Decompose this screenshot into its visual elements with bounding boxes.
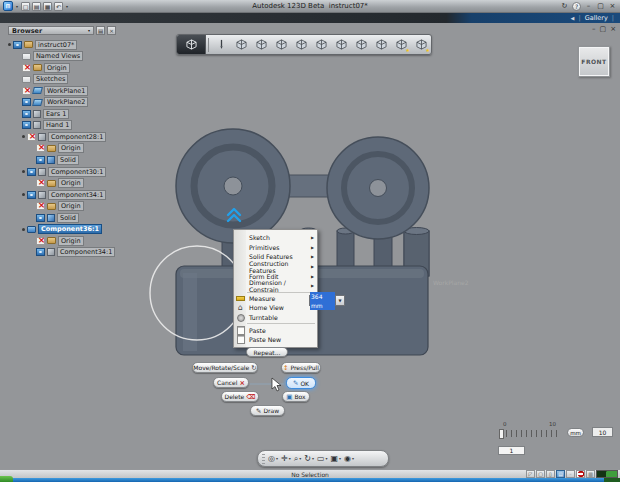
menu-item-turntable[interactable]: Turntable [234, 313, 317, 323]
app-window: ᗰ ▾ ▢ ▤ ▦ ↶ ▾ Autodesk 123D Beta instruc… [0, 0, 620, 482]
menu-item-measure[interactable]: Measure [234, 294, 317, 304]
home-icon [236, 304, 245, 311]
camera-tool[interactable]: ◉▾ [344, 454, 354, 463]
menu-item-label: Measure [249, 295, 275, 302]
cancel-button[interactable]: Cancel × [213, 377, 249, 388]
pan-tool[interactable]: ✛▾ [281, 454, 291, 463]
app-logo-icon[interactable]: ᗰ [3, 1, 13, 11]
view-cube[interactable]: FRONT [578, 46, 610, 77]
cancel-x-icon: × [239, 380, 244, 386]
window-title: Autodesk 123D Beta instruct07* [0, 2, 620, 10]
grid-size-input[interactable]: 10 [592, 427, 613, 437]
navbar-grip[interactable] [262, 454, 265, 464]
dropdown-caret-icon: ▾ [276, 456, 278, 461]
app-menu-caret-icon[interactable]: ▾ [15, 4, 19, 9]
unit-button[interactable]: mm [567, 428, 584, 437]
menu-item-sketch[interactable]: Sketch▶ [234, 233, 317, 243]
save-icon[interactable]: ▦ [43, 2, 52, 11]
gallery-back-icon[interactable]: ◀ [571, 15, 575, 21]
help-icon[interactable]: ? [572, 2, 581, 11]
menu-item-paste-new[interactable]: Paste New [234, 335, 317, 345]
panels-icon[interactable]: ▤ [556, 470, 565, 478]
look-at-tool[interactable]: ▭▾ [317, 454, 328, 463]
new-document-icon[interactable]: ▢ [21, 2, 30, 11]
menu-item-label: Sketch [249, 234, 270, 241]
dropdown-caret-icon: ▾ [326, 456, 328, 461]
snap-icon [316, 39, 327, 50]
menu-item-home-view[interactable]: Home View [234, 303, 317, 313]
menu-item-dimension-constrain[interactable]: Dimension / Constrain▶ [234, 281, 317, 291]
minimize-button[interactable]: – [584, 2, 593, 11]
materials-tool[interactable] [411, 35, 431, 54]
orbit-icon: ↻ [304, 454, 311, 463]
press-pull-tool[interactable] [251, 35, 271, 54]
submenu-arrow-icon: ▶ [311, 245, 314, 250]
steering-wheel-tool[interactable]: ◎▾ [268, 454, 278, 463]
gallery-tab[interactable]: Gallery [585, 14, 608, 22]
zoom-tool[interactable]: ⌕▾ [294, 454, 302, 464]
pattern-tool[interactable] [351, 35, 371, 54]
pen-icon [216, 39, 227, 50]
dimension-input[interactable]: 364 mm [309, 295, 336, 306]
draw-icon: ✎ [256, 408, 261, 414]
context-menu: Sketch▶Primitives▶Solid Features▶Constru… [233, 229, 318, 348]
move-tool[interactable] [271, 35, 291, 54]
film-icon[interactable]: ▥ [586, 470, 595, 478]
snap-tool[interactable] [311, 35, 331, 54]
undo-icon[interactable]: ↶ [54, 2, 63, 11]
taskbar [0, 478, 620, 482]
snap-size-input[interactable]: 1 [498, 446, 525, 455]
start-button[interactable] [0, 476, 13, 482]
pattern-icon [356, 39, 367, 50]
menu-item-label: Home View [249, 304, 284, 311]
scene-thumbnail[interactable] [596, 470, 618, 478]
draw-button[interactable]: ✎ Draw [250, 405, 285, 416]
workplane-label: WorkPlane2 [433, 279, 468, 286]
sync-icon[interactable]: ↻ [560, 2, 569, 11]
filter-icon[interactable]: ◸ [526, 470, 535, 478]
gallery-bar: ◀ | Gallery | [0, 13, 620, 23]
primitives-tool[interactable] [231, 35, 251, 54]
menu-item-primitives[interactable]: Primitives▶ [234, 243, 317, 253]
no-entry-icon[interactable] [576, 470, 585, 478]
look-at-icon: ▭ [317, 454, 325, 463]
group-icon [376, 39, 387, 50]
views-tool[interactable]: ▣▾ [331, 454, 342, 463]
box-select-icon[interactable]: ▢ [536, 470, 545, 478]
dropdown-caret-icon: ▾ [289, 456, 291, 461]
tweak-icon [296, 39, 307, 50]
main-toolbar [176, 34, 432, 55]
close-button[interactable]: × [608, 2, 617, 11]
submenu-arrow-icon: ▶ [311, 254, 314, 259]
text-3d-tool[interactable] [391, 35, 411, 54]
app-menu-button[interactable] [177, 35, 206, 54]
open-icon[interactable]: ▤ [32, 2, 41, 11]
undo-caret-icon[interactable]: ▾ [65, 4, 69, 9]
move-rotate-scale-button[interactable]: Move/Rotate/Scale ↻ [192, 362, 258, 373]
menu-item-label: Paste New [249, 336, 281, 343]
paste-new-icon [236, 336, 245, 343]
ruler-slider-handle[interactable] [499, 429, 504, 439]
paste-icon [236, 327, 245, 334]
repeat-button[interactable]: Repeat... [246, 347, 288, 357]
mouse-cursor-icon [248, 376, 292, 396]
tweak-tool[interactable] [291, 35, 311, 54]
dimension-dropdown-icon[interactable]: ▼ [336, 295, 345, 306]
menu-item-construction-features[interactable]: Construction Features▶ [234, 262, 317, 272]
materials-icon [416, 39, 427, 50]
menu-item-label: Turntable [249, 314, 278, 321]
press-pull-button[interactable]: ↕ Press/Pull [281, 362, 321, 373]
zoom-icon: ⌕ [294, 454, 298, 464]
combine-tool[interactable] [331, 35, 351, 54]
menu-item-paste[interactable]: Paste [234, 325, 317, 335]
restore-button[interactable]: ▢ [596, 2, 605, 11]
submenu-arrow-icon: ▶ [311, 235, 314, 240]
ruler-ticks [501, 430, 557, 437]
primitives-icon [236, 39, 247, 50]
group-tool[interactable] [371, 35, 391, 54]
sketch-tool[interactable] [211, 35, 231, 54]
press-pull-icon: ↕ [283, 365, 288, 371]
circle-icon[interactable]: ◦ [566, 470, 575, 478]
lock-icon[interactable]: ▯ [546, 470, 555, 478]
orbit-tool[interactable]: ↻▾ [304, 454, 314, 463]
